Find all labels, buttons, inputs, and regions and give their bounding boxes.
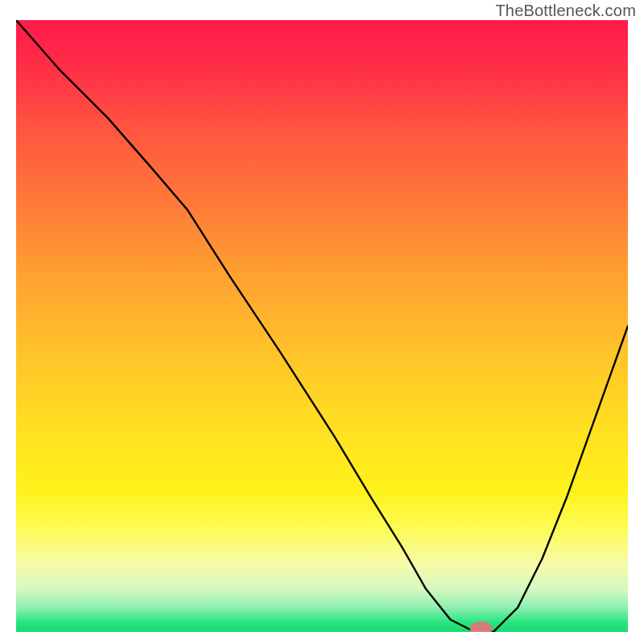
watermark-text: TheBottleneck.com [495, 2, 636, 20]
optimum-marker [470, 621, 493, 632]
plot-svg [16, 20, 628, 632]
plot-area [16, 20, 628, 632]
chart-frame: TheBottleneck.com [0, 0, 644, 644]
bottleneck-curve [16, 20, 628, 632]
